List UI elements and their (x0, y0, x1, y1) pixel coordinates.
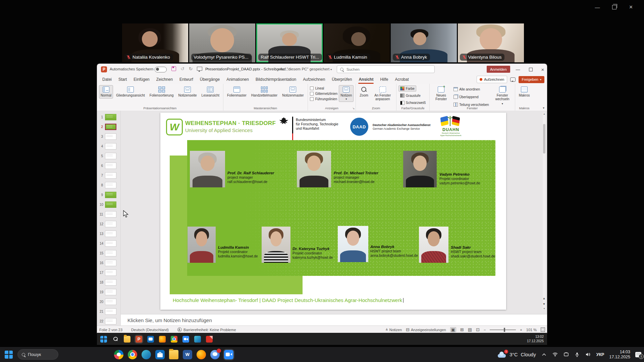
tab-zeichnen[interactable]: Zeichnen (153, 75, 176, 84)
notes-master-button[interactable]: Notizenmaster (280, 85, 305, 99)
slide-thumbnail-1[interactable]: 1 (100, 114, 120, 121)
previous-slide-icon[interactable]: ▲ (542, 297, 546, 300)
next-slide-icon[interactable]: ▼ (542, 302, 546, 306)
blackwhite-button[interactable]: Schwarzweiß (398, 100, 427, 106)
save-icon[interactable] (171, 66, 176, 71)
anzeigen-dialog-launcher-icon[interactable]: ↘ (353, 107, 355, 110)
slide-thumbnail-10[interactable]: 10 (100, 201, 120, 208)
grayscale-button[interactable]: Graustufe (398, 93, 422, 99)
hidden-icons-chevron-icon[interactable] (541, 352, 547, 358)
taskbar-search[interactable]: Пошук (17, 349, 58, 360)
powerpoint-icon[interactable] (136, 336, 142, 343)
accessibility-status[interactable]: Barrierefreiheit: Keine Probleme (177, 327, 236, 332)
ppt-search-input[interactable] (346, 67, 431, 72)
redo-icon[interactable]: ↻ (189, 66, 193, 71)
saved-status[interactable]: • Auf "diesem PC" gespeichert ▾ (278, 67, 332, 71)
restore-icon[interactable] (610, 3, 618, 11)
firefox-icon[interactable] (159, 336, 166, 343)
fit-to-window-button[interactable]: An Fenster anpassen (371, 85, 394, 102)
color-button[interactable]: Farbe (398, 85, 416, 92)
arrange-all-button[interactable]: Alle anordnen (452, 86, 490, 93)
notification-icon[interactable]: 1 (635, 352, 641, 357)
zoom-out-icon[interactable]: − (484, 328, 486, 332)
tab-start[interactable]: Start (115, 75, 130, 84)
slide-thumbnail-8[interactable]: 8 (100, 182, 120, 189)
tab-datei[interactable]: Datei (99, 75, 115, 84)
wifi-icon[interactable] (552, 352, 558, 358)
tab-einfügen[interactable]: Einfügen (130, 75, 153, 84)
close-icon[interactable]: × (627, 3, 635, 11)
word-icon[interactable] (183, 350, 192, 359)
notes-placeholder[interactable]: Klicken Sie, um Notizen hinzuzufügen (127, 317, 212, 323)
collapse-ribbon-icon[interactable]: ▾ (543, 106, 544, 110)
pdf-icon[interactable] (206, 336, 213, 343)
slide-thumbnail-6[interactable]: 6 (100, 163, 120, 169)
ppt-close-icon[interactable]: × (538, 64, 548, 75)
slide-thumbnail-7[interactable]: 7 (100, 172, 120, 179)
tab-acrobat[interactable]: Acrobat (391, 75, 412, 84)
slide-sorter-button[interactable]: Foliensortierung (148, 85, 175, 99)
language-indicator[interactable]: Deutsch (Deutschland) (131, 328, 169, 332)
slide-thumbnail-17[interactable]: 17 (100, 269, 120, 276)
start-icon[interactable] (100, 336, 107, 343)
gridlines-checkbox[interactable]: Gitternetzlinien (310, 92, 338, 96)
record-button[interactable]: Aufzeichnen (477, 76, 507, 83)
slide-thumbnail-15[interactable]: 15 (100, 250, 120, 257)
share-button[interactable]: Freigeben▾ (519, 76, 544, 83)
notes-pane[interactable]: Klicken Sie, um Notizen hinzuzufügen (121, 314, 547, 326)
outline-view-button[interactable]: Gliederungsansicht (114, 85, 147, 99)
tab-animationen[interactable]: Animationen (223, 75, 252, 84)
slideshow-icon[interactable] (197, 67, 202, 71)
ppt-minimize-icon[interactable]: — (513, 64, 523, 75)
slideshow-statusbar-icon[interactable]: ⊡ (476, 327, 480, 332)
reading-view-button[interactable]: Leseansicht (200, 85, 221, 99)
participant-tile[interactable]: Anna Bobryk (391, 23, 457, 62)
minimize-icon[interactable]: — (594, 3, 601, 11)
cascade-button[interactable]: Überlappend (452, 94, 490, 100)
fit-slide-icon[interactable] (541, 327, 545, 332)
widgets-icon[interactable] (114, 350, 123, 359)
participant-tile[interactable]: Nataliia Kovalenko (122, 23, 188, 62)
ppt-search-box[interactable] (337, 65, 435, 73)
tab-entwurf[interactable]: Entwurf (176, 75, 197, 84)
undo-icon[interactable]: ↺ (180, 66, 184, 71)
scrollbar-thumb[interactable] (543, 124, 545, 154)
messenger-icon[interactable] (210, 350, 220, 359)
taskbar-clock[interactable]: 14:03 17.12.2025 (609, 350, 630, 360)
slide-sorter-statusbar-icon[interactable]: ⊞ (460, 327, 464, 332)
weather-widget[interactable]: 1 3°C Cloudy (497, 352, 536, 358)
slide-thumbnail-18[interactable]: 18 (100, 279, 120, 286)
participant-tile[interactable]: Ralf Schlauderer HSWT Tri... (256, 23, 322, 62)
slide-master-button[interactable]: Folienmaster (225, 85, 248, 99)
comments-icon[interactable] (510, 77, 516, 82)
macros-button[interactable]: Makros (517, 85, 532, 99)
slide-thumbnail-13[interactable]: 13 (100, 231, 120, 237)
slide-thumbnail-2[interactable]: 2 (100, 124, 120, 130)
cast-screen-icon[interactable] (563, 352, 569, 358)
microphone-icon[interactable] (574, 352, 580, 358)
handout-master-button[interactable]: Handzettelmaster (250, 85, 279, 99)
zoom-icon[interactable] (182, 336, 189, 343)
language-indicator[interactable]: УКР (596, 352, 604, 357)
slide-scrollbar[interactable]: ▲ ▼ (543, 113, 546, 310)
ruler-checkbox[interactable]: Lineal (310, 86, 338, 90)
slide-thumbnail-22[interactable]: 22 (100, 318, 120, 325)
reading-view-statusbar-icon[interactable]: ▤ (468, 327, 472, 332)
tab-bildschirmpräsentation[interactable]: Bildschirmpräsentation (252, 75, 300, 84)
tab-überprüfen[interactable]: Überprüfen (328, 75, 355, 84)
slide-thumbnail-3[interactable]: 3 (100, 133, 120, 140)
tab-übergänge[interactable]: Übergänge (197, 75, 223, 84)
tab-hilfe[interactable]: Hilfe (377, 75, 391, 84)
tab-aufzeichnen[interactable]: Aufzeichnen (300, 75, 328, 84)
start-button[interactable] (5, 351, 13, 359)
explorer-icon[interactable] (124, 336, 130, 343)
edge-icon[interactable] (142, 350, 151, 359)
participant-tile[interactable]: Ludmilla Kamsin (324, 23, 390, 62)
chrome-icon[interactable] (171, 336, 177, 343)
signin-button[interactable]: Anmelden (487, 66, 510, 73)
firefox-icon[interactable] (197, 350, 206, 359)
notes-toggle[interactable]: ≜Notizen (385, 328, 402, 332)
slide-thumbnail-4[interactable]: 4 (100, 143, 120, 150)
participant-tile[interactable]: Valentyna Bilous (458, 23, 524, 62)
slide-thumbnail-20[interactable]: 20 (100, 299, 120, 305)
